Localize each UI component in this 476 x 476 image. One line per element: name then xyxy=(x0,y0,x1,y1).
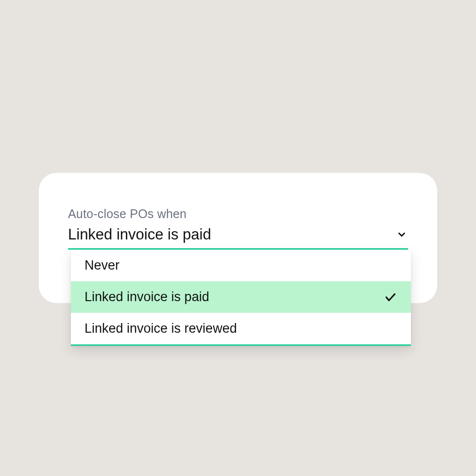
option-never[interactable]: Never xyxy=(71,250,411,281)
option-label: Linked invoice is paid xyxy=(85,289,209,305)
select-value: Linked invoice is paid xyxy=(68,226,211,243)
auto-close-select[interactable]: Linked invoice is paid xyxy=(68,226,408,250)
check-icon xyxy=(384,290,397,304)
select-dropdown: Never Linked invoice is paid Linked invo… xyxy=(71,250,411,346)
option-label: Never xyxy=(85,258,119,273)
field-label: Auto-close POs when xyxy=(68,207,408,221)
settings-card: Auto-close POs when Linked invoice is pa… xyxy=(39,173,437,303)
option-linked-invoice-reviewed[interactable]: Linked invoice is reviewed xyxy=(71,313,411,344)
option-linked-invoice-paid[interactable]: Linked invoice is paid xyxy=(71,281,411,313)
chevron-down-icon xyxy=(395,228,408,241)
option-label: Linked invoice is reviewed xyxy=(85,321,237,336)
